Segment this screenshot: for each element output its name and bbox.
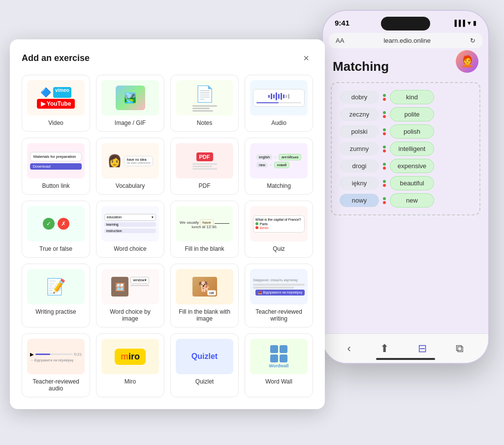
youtube-icon: ▶ YouTube — [37, 99, 75, 109]
match-right[interactable]: new — [390, 193, 434, 208]
match-left[interactable]: iękny — [340, 177, 379, 190]
quiz-option-correct: Paris — [255, 222, 302, 226]
writing-icon: 📝 — [46, 277, 66, 296]
card-thumbnail-writing: 📝 — [27, 269, 85, 304]
card-label-teacher-writing: Teacher-reviewed writing — [250, 308, 308, 322]
exercise-card-vocabulary[interactable]: 👩 have no idea не маю уявлення Vocabular… — [96, 138, 164, 195]
phone-time: 9:41 — [335, 19, 349, 27]
card-thumbnail-vocab: 👩 have no idea не маю уявлення — [101, 143, 159, 178]
match-dots — [383, 94, 386, 101]
match-right[interactable]: intelligent — [390, 142, 434, 156]
exercise-card-word-choice-image[interactable]: 🪟 window ▾ Word choice by image — [96, 264, 164, 327]
card-label-button: Button link — [42, 182, 69, 189]
match-row: polski polish — [340, 124, 472, 139]
true-circle: ✓ — [43, 218, 55, 230]
modal-header: Add an exercise × — [22, 51, 313, 65]
match-dots — [383, 146, 386, 152]
fill-label: cat — [207, 290, 216, 296]
exercise-card-video[interactable]: 🔷 vimeo ▶ YouTube Video — [22, 75, 90, 132]
book-icon[interactable]: ⊟ — [418, 342, 427, 355]
exercise-card-fill-blank[interactable]: We usually have lunch at 12:30. Fill in … — [170, 201, 239, 258]
pdf-preview: PDF — [192, 152, 217, 170]
match-left[interactable]: nowy — [340, 194, 379, 207]
match-row: dobry kind — [340, 90, 472, 104]
match-left[interactable]: zeczny — [340, 108, 379, 121]
false-circle: ✗ — [58, 218, 69, 230]
exercise-card-miro[interactable]: miro Miro — [96, 333, 164, 397]
match-right[interactable]: polish — [390, 124, 434, 139]
card-thumbnail-pdf: PDF — [176, 143, 233, 178]
card-thumbnail-wordchoice: education ▾ learning instruction — [101, 206, 159, 241]
browser-reload-icon[interactable]: ↻ — [470, 37, 475, 44]
quizlet-logo: Quizlet — [191, 352, 218, 361]
exercise-card-button-link[interactable]: Materials for preparation Download Butto… — [22, 138, 90, 195]
vocab-preview: 👩 have no idea не маю уявлення — [107, 154, 154, 168]
match-right[interactable]: expensive — [390, 159, 434, 173]
card-label-vocab: Vocabulary — [116, 182, 145, 189]
exercise-card-quiz[interactable]: What is the capital of France? Paris Ber… — [245, 201, 313, 258]
share-icon[interactable]: ⬆ — [380, 342, 389, 355]
card-label-matching: Matching — [267, 182, 291, 189]
matching-area: dobry kind zeczny polite polski polish z… — [331, 82, 480, 215]
match-left[interactable]: zumny — [340, 142, 379, 155]
correct-indicator — [255, 222, 258, 225]
card-thumbnail-teacher-audio: ▶ 0:21 → Відправити на перевірку — [27, 339, 85, 374]
exercise-card-word-choice[interactable]: education ▾ learning instruction Word ch… — [96, 201, 164, 258]
exercise-card-notes[interactable]: 📄 Notes — [170, 75, 239, 132]
browser-aa: AA — [336, 37, 344, 44]
image-gif-preview: 🏞️ — [116, 86, 145, 110]
card-thumbnail-audio — [250, 80, 308, 116]
exercise-card-quizlet[interactable]: Quizlet Quizlet — [170, 333, 239, 397]
card-thumbnail-truefalse: ✓ ✗ — [27, 206, 85, 241]
exercise-card-pdf[interactable]: PDF PDF — [170, 138, 239, 195]
speech-bubble: have no idea не маю уявлення — [124, 156, 154, 166]
card-thumbnail-notes: 📄 — [176, 80, 233, 116]
teacher-line — [253, 284, 305, 286]
card-thumbnail-button: Materials for preparation Download — [27, 143, 85, 178]
exercise-card-true-false[interactable]: ✓ ✗ True or false — [22, 201, 90, 258]
card-label-wci: Word choice by image — [101, 308, 159, 322]
exercise-card-audio[interactable]: Audio — [245, 75, 313, 132]
match-right[interactable]: beautiful — [390, 176, 434, 190]
close-button[interactable]: × — [299, 51, 313, 65]
match-dots — [383, 180, 386, 187]
browser-url: learn.edio.online — [383, 37, 430, 44]
match-row: drogi expensive — [340, 159, 472, 173]
drive-icon: 🔷 — [40, 87, 51, 98]
window-image: 🪟 — [111, 277, 128, 297]
exercise-card-wordwall[interactable]: Wordwall Word Wall — [245, 333, 313, 397]
word-choice-preview: education ▾ learning instruction — [104, 214, 156, 234]
exercise-card-matching[interactable]: english ↔ англійська new ↔ новий Matchin… — [245, 138, 313, 195]
card-thumbnail-fillblank: We usually have lunch at 12:30. — [176, 206, 233, 241]
card-label-image: Image / GIF — [115, 119, 146, 126]
card-label-fillblank: Fill in the blank — [185, 245, 224, 252]
match-right[interactable]: kind — [390, 90, 434, 104]
video-icons: 🔷 vimeo — [40, 87, 71, 98]
card-label-wordwall: Word Wall — [265, 378, 292, 385]
match-left[interactable]: dobry — [340, 90, 379, 104]
image-preview: 🏞️ — [116, 86, 145, 110]
card-label-quiz: Quiz — [273, 245, 285, 252]
match-row: nowy new — [340, 193, 472, 208]
wrong-indicator — [255, 226, 258, 229]
exercise-card-teacher-writing[interactable]: Завдання: опишіть картинку 📤 Відправити … — [245, 264, 313, 327]
exercise-card-writing[interactable]: 📝 Writing practise — [22, 264, 90, 327]
back-icon[interactable]: ‹ — [347, 342, 351, 355]
teacher-submit-button: 📤 Відправити на перевірку — [255, 290, 305, 296]
match-dots — [383, 111, 386, 118]
match-right[interactable]: polite — [390, 107, 434, 121]
phone-frame: 9:41 ▐▐▐ ▾ ▮ AA learn.edio.online ↻ 🧑‍🦰 … — [322, 10, 489, 364]
phone-notch — [381, 17, 430, 30]
copy-icon[interactable]: ⧉ — [456, 342, 464, 355]
phone-browser-bar[interactable]: AA learn.edio.online ↻ — [329, 33, 482, 48]
exercise-card-fill-blank-image[interactable]: 🐕 cat Fill in the blank with image — [170, 264, 239, 327]
exercise-grid: 🔷 vimeo ▶ YouTube Video 🏞️ Image / GIF 📄 — [22, 75, 313, 397]
match-left[interactable]: polski — [340, 125, 379, 138]
phone-home-indicator — [376, 358, 435, 360]
teacher-writing-preview: Завдання: опишіть картинку 📤 Відправити … — [253, 278, 305, 296]
match-left[interactable]: drogi — [340, 159, 379, 173]
exercise-card-teacher-audio[interactable]: ▶ 0:21 → Відправити на перевірку Teacher… — [22, 333, 90, 397]
exercise-card-image-gif[interactable]: 🏞️ Image / GIF — [96, 75, 164, 132]
matching-preview: english ↔ англійська new ↔ новий — [256, 154, 301, 168]
match-row: iękny beautiful — [340, 176, 472, 190]
